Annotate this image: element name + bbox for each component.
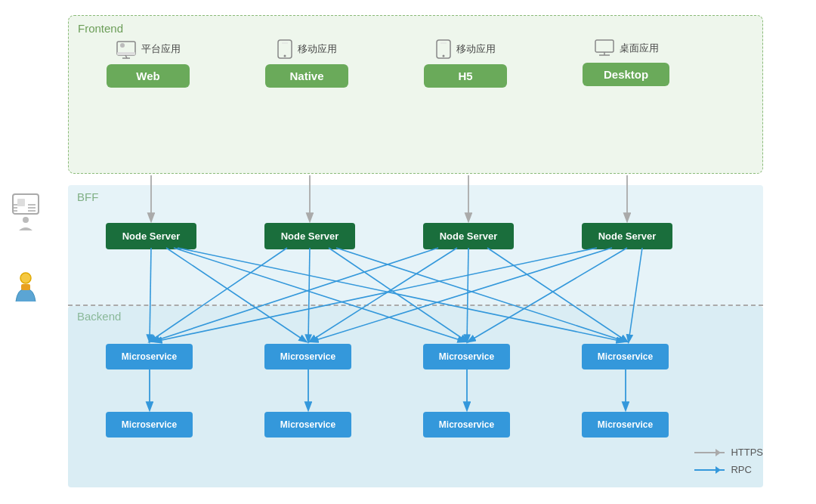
microservice-8: Microservice [582, 412, 669, 438]
desktop-tech-label: Desktop [583, 63, 669, 86]
app-group-web: 平台应用 Web [107, 39, 190, 88]
left-figures [0, 0, 51, 504]
app-type-h5: 移动应用 [456, 42, 496, 56]
rpc-arrow-icon [694, 469, 725, 471]
svg-point-9 [20, 273, 31, 283]
svg-point-8 [23, 217, 29, 223]
legend-rpc: RPC [694, 464, 763, 475]
section-divider [68, 305, 763, 306]
microservice-3: Microservice [423, 344, 510, 369]
app-group-native: 移动应用 Native [265, 39, 348, 88]
microservice-5: Microservice [106, 412, 193, 438]
node-server-1: Node Server [106, 223, 196, 249]
svg-rect-13 [117, 52, 135, 55]
microservice-6: Microservice [264, 412, 351, 438]
svg-rect-22 [595, 40, 614, 52]
native-tech-label: Native [265, 64, 348, 88]
main-diagram: Frontend 平台应用 Web 移动应用 Native 移动应用 H5 [53, 8, 786, 496]
frontend-label: Frontend [78, 22, 123, 35]
svg-rect-10 [21, 284, 30, 290]
h5-tech-label: H5 [424, 64, 507, 88]
app-type-web: 平台应用 [141, 42, 181, 56]
microservice-2: Microservice [264, 344, 351, 369]
node-server-4: Node Server [582, 223, 672, 249]
svg-point-12 [120, 43, 125, 48]
https-arrow-icon [694, 452, 725, 453]
legend-https: HTTPS [694, 447, 763, 458]
backend-section [68, 306, 763, 487]
app-group-h5: 移动应用 H5 [424, 39, 507, 88]
app-icon-h5: 移动应用 [435, 39, 496, 60]
app-icon-web: 平台应用 [116, 39, 181, 60]
figure-worker-icon [10, 267, 42, 312]
svg-point-17 [284, 55, 286, 57]
app-icon-native: 移动应用 [277, 39, 337, 60]
app-group-desktop: 桌面应用 Desktop [583, 39, 669, 86]
web-tech-label: Web [107, 64, 190, 88]
node-server-3: Node Server [423, 223, 514, 249]
figure-monitor-icon [10, 193, 42, 237]
node-server-2: Node Server [264, 223, 355, 249]
rpc-label: RPC [731, 464, 751, 475]
app-icon-desktop: 桌面应用 [594, 39, 659, 58]
frontend-section: Frontend 平台应用 Web 移动应用 Native 移动应用 H5 [68, 15, 763, 174]
svg-point-20 [443, 55, 445, 57]
legend: HTTPS RPC [694, 447, 763, 475]
microservice-7: Microservice [423, 412, 510, 438]
microservice-1: Microservice [106, 344, 193, 369]
app-type-native: 移动应用 [298, 42, 337, 56]
microservice-4: Microservice [582, 344, 669, 369]
svg-rect-1 [17, 199, 25, 206]
https-label: HTTPS [731, 447, 763, 458]
app-type-desktop: 桌面应用 [620, 42, 659, 55]
